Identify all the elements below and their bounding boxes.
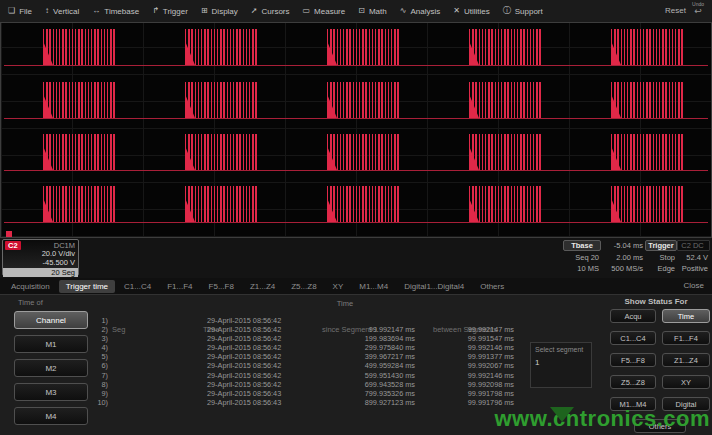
cell-time: 29-April-2015 08:56:42 — [108, 352, 298, 361]
menu-item-label: File — [19, 7, 32, 16]
cell-between-segments: 99.992147 ms — [415, 325, 514, 334]
menu-item-display[interactable]: ⊞Display — [201, 7, 238, 16]
menu-item-timebase[interactable]: ↔Timebase — [92, 7, 139, 16]
tab-acquisition[interactable]: Acquisition — [4, 280, 57, 293]
row-baseline — [4, 170, 708, 171]
undo-button[interactable]: Undo ↩ — [689, 2, 707, 20]
burst-pulses — [43, 29, 116, 65]
cell-time: 29-April-2015 08:56:42 — [108, 380, 298, 389]
source-button-m1[interactable]: M1 — [14, 335, 88, 353]
status-tabs: AcquisitionTrigger timeC1...C4F1...F4F5.… — [0, 278, 712, 295]
menu-item-label: Measure — [314, 7, 345, 16]
burst-pulses — [611, 82, 684, 118]
show-status-button-acqu[interactable]: Acqu — [610, 309, 656, 323]
menu-item-trigger[interactable]: ↱Trigger — [152, 7, 188, 16]
cell-between-segments: 99.991798 ms — [415, 389, 514, 398]
table-row: 4)29-April-2015 08:56:42299.975840 ms99.… — [88, 343, 514, 352]
tbase-value: -5.04 ms — [601, 241, 645, 250]
menu-item-math[interactable]: ⊡Math — [358, 7, 387, 16]
cell-time: 29-April-2015 08:56:42 — [108, 325, 298, 334]
segment-burst — [611, 29, 684, 65]
menu-item-utilities[interactable]: ✕Utilities — [453, 7, 489, 16]
vertical-offset: -45.500 V — [3, 259, 78, 268]
menu-item-label: Math — [369, 7, 387, 16]
menu-item-file[interactable]: ❏File — [8, 7, 32, 16]
sample-count: 10 MS — [563, 264, 601, 273]
burst-pulses — [327, 29, 400, 65]
cell-between-segments: 99.992146 ms — [415, 343, 514, 352]
trigger-mode: Stop — [645, 253, 677, 262]
burst-pulses — [611, 186, 684, 222]
source-button-m2[interactable]: M2 — [14, 359, 88, 377]
burst-pulses — [43, 186, 116, 222]
menu-item-measure[interactable]: ▭Measure — [303, 7, 346, 16]
source-button-m3[interactable]: M3 — [14, 383, 88, 401]
segment-burst — [43, 29, 116, 65]
segment-burst — [469, 186, 542, 222]
menu-item-label: Utilities — [464, 7, 490, 16]
show-status-button-time[interactable]: Time — [662, 309, 710, 323]
waveform-display[interactable] — [0, 22, 712, 238]
menu-item-analysis[interactable]: ∿Analysis — [400, 7, 441, 16]
segment-burst — [327, 82, 400, 118]
trigger-label[interactable]: Trigger — [645, 240, 677, 251]
select-segment-field[interactable]: Select segment 1 — [530, 342, 592, 388]
tab-f5-f8[interactable]: F5...F8 — [202, 280, 241, 293]
tab-digital1-digital4[interactable]: Digital1...Digital4 — [397, 280, 471, 293]
channel-descriptor-box[interactable]: C2 DC1M 20.0 V/div -45.500 V 20 Seg — [2, 239, 79, 276]
sample-rate: 500 MS/s — [601, 264, 645, 273]
watermark-triangle-icon — [550, 407, 574, 422]
show-status-button-f5-f8[interactable]: F5...F8 — [610, 353, 656, 367]
menu-item-label: Support — [515, 7, 543, 16]
tab-c1-c4[interactable]: C1...C4 — [117, 280, 158, 293]
segment-burst — [469, 134, 542, 170]
show-status-button-z5-z8[interactable]: Z5...Z8 — [610, 375, 656, 389]
seq-mode: Seq 20 — [563, 253, 601, 262]
menu-bar-items: ❏File↕Vertical↔Timebase↱Trigger⊞Display➚… — [0, 7, 543, 16]
cell-since-segment1: 799.935326 ms — [298, 389, 415, 398]
cell-between-segments: 99.992146 ms — [415, 371, 514, 380]
cell-time: 29-April-2015 08:56:42 — [108, 334, 298, 343]
tab-trigger-time[interactable]: Trigger time — [59, 280, 115, 293]
segment-burst — [469, 29, 542, 65]
timebase-trigger-status[interactable]: Tbase -5.04 ms Trigger C2 DC Seq 20 2.00… — [563, 240, 710, 273]
oscilloscope-screen: ❏File↕Vertical↔Timebase↱Trigger⊞Display➚… — [0, 0, 712, 435]
segment-burst — [611, 82, 684, 118]
burst-pulses — [185, 134, 258, 170]
segment-burst — [327, 186, 400, 222]
menu-item-vertical[interactable]: ↕Vertical — [45, 7, 79, 16]
show-status-button-z1-z4[interactable]: Z1...Z4 — [662, 353, 710, 367]
measure-ruler-icon: ▭ — [303, 7, 311, 15]
reset-button[interactable]: Reset — [665, 0, 686, 22]
menu-item-support[interactable]: ⓘSupport — [503, 7, 543, 16]
cell-since-segment1: 699.943528 ms — [298, 380, 415, 389]
display-grid-icon: ⊞ — [201, 7, 208, 15]
source-button-m4[interactable]: M4 — [14, 407, 88, 425]
cell-seg: 2) — [88, 325, 108, 334]
table-row: 7)29-April-2015 08:56:42599.951430 ms99.… — [88, 371, 514, 380]
source-button-channel[interactable]: Channel — [14, 311, 88, 329]
menu-item-cursors[interactable]: ➚Cursors — [251, 7, 290, 16]
show-status-button-f1-f4[interactable]: F1...F4 — [662, 331, 710, 345]
tab-z5-z8[interactable]: Z5...Z8 — [284, 280, 323, 293]
tab-m1-m4[interactable]: M1...M4 — [352, 280, 395, 293]
show-status-button-c1-c4[interactable]: C1...C4 — [610, 331, 656, 345]
table-row: 3)29-April-2015 08:56:42199.983694 ms99.… — [88, 334, 514, 343]
cell-seg: 4) — [88, 343, 108, 352]
segment-burst — [611, 134, 684, 170]
segment-burst — [185, 29, 258, 65]
tbase-label[interactable]: Tbase — [563, 240, 601, 251]
tab-xy[interactable]: XY — [326, 280, 351, 293]
tab-others[interactable]: Others — [473, 280, 511, 293]
menu-bar: ❏File↕Vertical↔Timebase↱Trigger⊞Display➚… — [0, 0, 712, 23]
cell-time: 29-April-2015 08:56:42 — [108, 316, 298, 325]
tab-z1-z4[interactable]: Z1...Z4 — [243, 280, 282, 293]
table-group-header: Time — [300, 299, 390, 308]
menu-item-label: Trigger — [163, 7, 188, 16]
tab-f1-f4[interactable]: F1...F4 — [160, 280, 199, 293]
show-status-button-xy[interactable]: XY — [662, 375, 710, 389]
time-of-label: Time of — [18, 298, 43, 307]
segment-count: 20 Seg — [3, 268, 78, 277]
close-button[interactable]: Close — [684, 281, 704, 290]
burst-pulses — [611, 29, 684, 65]
